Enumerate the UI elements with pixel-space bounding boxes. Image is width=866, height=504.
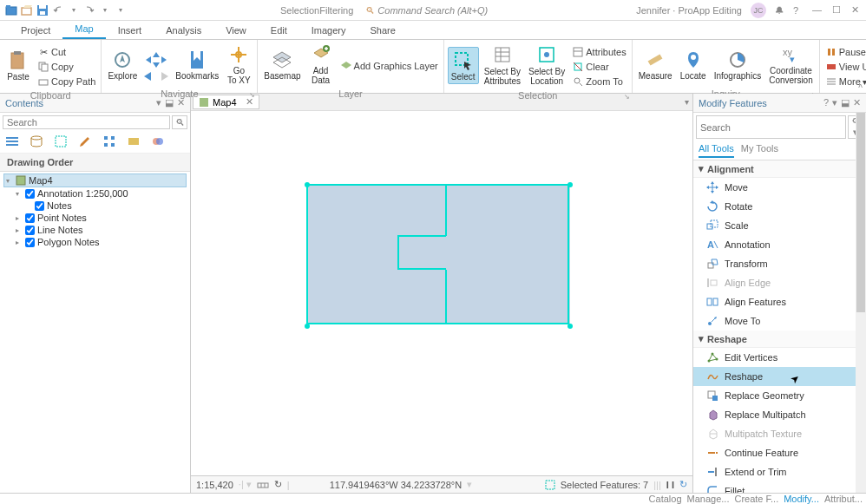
tool-align-edge[interactable]: Align Edge xyxy=(693,273,866,292)
zoom-to-button[interactable]: Zoom To xyxy=(570,75,627,88)
modify-scrollbar[interactable] xyxy=(856,113,866,493)
copy-button[interactable]: Copy xyxy=(36,60,97,74)
launcher-icon[interactable]: ↘ xyxy=(249,91,255,99)
modify-search-input[interactable] xyxy=(696,115,846,139)
basemap-button[interactable]: Basemap xyxy=(261,47,303,82)
tab-insert[interactable]: Insert xyxy=(106,22,154,39)
status-item[interactable]: Catalog xyxy=(649,494,682,505)
map-canvas[interactable] xyxy=(191,111,692,475)
save-icon[interactable] xyxy=(36,4,49,16)
tab-edit[interactable]: Edit xyxy=(259,22,299,39)
list-by-labeling-icon[interactable] xyxy=(127,134,142,150)
command-search-placeholder[interactable]: Command Search (Alt+Q) xyxy=(377,5,488,16)
nav-back-forward-icon[interactable] xyxy=(142,70,170,82)
select-by-attributes-button[interactable]: Select By Attributes xyxy=(482,43,523,88)
tool-multipatch-texture[interactable]: Multipatch Texture xyxy=(693,424,866,443)
copy-path-button[interactable]: Copy Path xyxy=(36,75,97,88)
tab-project[interactable]: Project xyxy=(9,22,62,39)
tool-edit-vertices[interactable]: Edit Vertices xyxy=(693,348,866,367)
selected-features-label[interactable]: Selected Features: 7 xyxy=(561,480,649,490)
contents-search-button[interactable]: 🔍︎ xyxy=(172,115,187,129)
measure-button[interactable]: Measure xyxy=(636,47,675,82)
add-data-button[interactable]: Add Data xyxy=(306,42,336,87)
clear-button[interactable]: Clear xyxy=(570,60,627,74)
attributes-button[interactable]: Attributes xyxy=(570,45,627,59)
tab-my-tools[interactable]: My Tools xyxy=(741,143,778,158)
maximize-button[interactable]: ☐ xyxy=(832,4,841,16)
status-item[interactable]: Create F... xyxy=(734,494,778,505)
bookmarks-button[interactable]: Bookmarks xyxy=(173,47,221,82)
cut-button[interactable]: ✂︎Cut xyxy=(36,45,97,59)
tab-imagery[interactable]: Imagery xyxy=(299,22,358,39)
layer-checkbox[interactable] xyxy=(25,213,35,223)
launcher-icon[interactable]: ↘ xyxy=(624,93,630,101)
status-item[interactable]: Manage... xyxy=(687,494,730,505)
category-alignment[interactable]: ▾Alignment xyxy=(693,160,866,178)
add-graphics-layer-button[interactable]: Add Graphics Layer xyxy=(338,59,440,73)
rotate-icon[interactable]: ↻ xyxy=(274,479,282,490)
explore-button[interactable]: Explore xyxy=(105,47,140,82)
tab-map[interactable]: Map xyxy=(62,20,105,39)
minimize-button[interactable]: — xyxy=(812,4,822,16)
status-item[interactable]: Modify... xyxy=(784,494,819,505)
select-button[interactable]: Select xyxy=(448,47,479,84)
list-by-perception-icon[interactable] xyxy=(151,134,167,150)
list-by-snapping-icon[interactable] xyxy=(102,134,118,150)
open-icon[interactable] xyxy=(21,4,33,16)
tool-rotate[interactable]: Rotate xyxy=(693,197,866,216)
tab-share[interactable]: Share xyxy=(358,22,408,39)
redo-dropdown-icon[interactable]: ▾ xyxy=(99,4,111,16)
project-icon[interactable] xyxy=(5,4,17,16)
layer-checkbox[interactable] xyxy=(25,189,35,199)
tool-annotation[interactable]: AAnnotation xyxy=(693,235,866,254)
tool-continue-feature[interactable]: Continue Feature xyxy=(693,443,866,462)
scale-value[interactable]: 1:15,420 xyxy=(196,480,233,490)
scale-icon[interactable] xyxy=(257,480,269,490)
contents-search-input[interactable] xyxy=(3,115,170,129)
pause-draw-icon[interactable]: I I xyxy=(666,480,674,490)
list-by-editing-icon[interactable] xyxy=(78,134,94,150)
tool-scale[interactable]: Scale xyxy=(693,216,866,235)
refresh-icon[interactable]: ↻ xyxy=(679,479,687,490)
dropdown-icon[interactable]: ▾ xyxy=(832,97,837,108)
status-item[interactable]: Attribut... xyxy=(824,494,863,505)
autohide-icon[interactable]: ⬓ xyxy=(841,97,850,108)
close-pane-icon[interactable]: ✕ xyxy=(853,97,861,108)
layer-checkbox[interactable] xyxy=(25,238,35,247)
ribbon-collapse-icon[interactable]: ^ xyxy=(858,83,863,93)
layer-checkbox[interactable] xyxy=(35,201,44,211)
tree-row[interactable]: ▸Line Notes xyxy=(3,224,187,236)
tool-move-to[interactable]: Move To xyxy=(693,311,866,331)
tool-fillet[interactable]: Fillet xyxy=(693,481,866,493)
redo-icon[interactable] xyxy=(83,4,95,16)
view-unplaced-button[interactable]: View Unplaced xyxy=(823,60,866,74)
tool-extend-trim[interactable]: Extend or Trim xyxy=(693,462,866,481)
help-icon[interactable]: ? xyxy=(823,97,829,108)
tree-row[interactable]: ▾Annotation 1:250,000 xyxy=(3,187,187,200)
tab-all-tools[interactable]: All Tools xyxy=(699,143,734,158)
user-avatar[interactable]: JC xyxy=(751,3,766,18)
close-button[interactable]: ✕ xyxy=(851,4,859,16)
help-icon[interactable]: ? xyxy=(793,5,798,16)
bell-icon[interactable]: 🔔︎ xyxy=(775,5,784,16)
tree-row[interactable]: ▸Polygon Notes xyxy=(3,236,187,248)
layer-checkbox[interactable] xyxy=(25,226,35,235)
select-by-location-button[interactable]: Select By Location xyxy=(526,43,567,88)
undo-icon[interactable] xyxy=(52,4,64,16)
tool-replace-geometry[interactable]: Replace Geometry xyxy=(693,386,866,405)
locate-button[interactable]: Locate xyxy=(678,47,709,82)
tab-view[interactable]: View xyxy=(213,22,259,39)
tool-reshape[interactable]: Reshape➤ xyxy=(693,367,866,386)
list-by-selection-icon[interactable] xyxy=(54,134,69,150)
qat-customize-icon[interactable]: ▾ xyxy=(115,4,127,16)
list-by-source-icon[interactable] xyxy=(30,134,45,150)
tree-map-row[interactable]: ▾ Map4 xyxy=(3,173,187,187)
paste-button[interactable]: Paste xyxy=(3,48,33,83)
nav-arrows-icon[interactable] xyxy=(142,50,170,69)
goto-xy-button[interactable]: Go To XY xyxy=(224,42,253,87)
tree-row[interactable]: Notes xyxy=(3,200,187,212)
tool-replace-multipatch[interactable]: Replace Multipatch xyxy=(693,405,866,424)
coordinate-conversion-button[interactable]: xy▾Coordinate Conversion xyxy=(766,42,816,87)
pause-labels-button[interactable]: Pause xyxy=(823,45,866,59)
infographics-button[interactable]: Infographics xyxy=(712,47,764,82)
